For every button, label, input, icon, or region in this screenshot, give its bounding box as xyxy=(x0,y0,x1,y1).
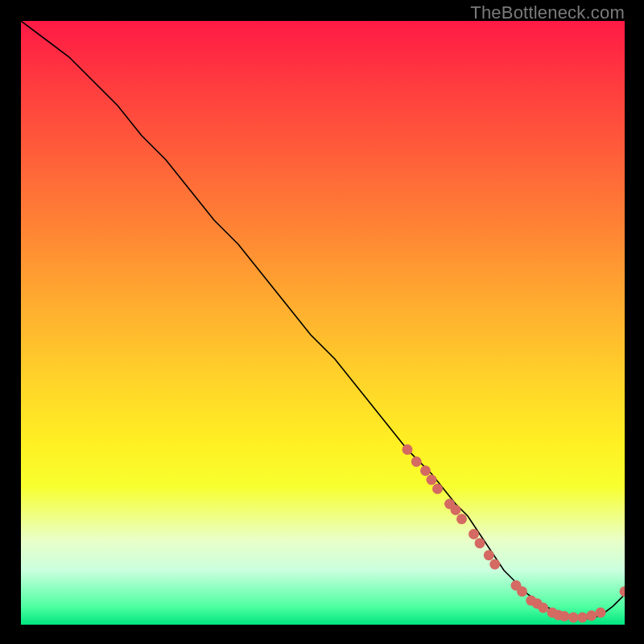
scatter-point xyxy=(432,484,443,494)
scatter-point xyxy=(568,613,579,623)
scatter-point xyxy=(596,608,606,618)
chart-svg xyxy=(21,21,625,625)
scatter-point xyxy=(469,529,479,539)
scatter-point xyxy=(559,611,570,621)
scatter-point xyxy=(489,559,500,570)
scatter-point xyxy=(586,610,597,621)
scatter-point xyxy=(402,444,413,455)
chart-stage: TheBottleneck.com xyxy=(0,0,644,644)
scatter-point xyxy=(427,475,437,485)
curve-line xyxy=(21,21,625,619)
plot-area xyxy=(21,21,625,625)
scatter-point xyxy=(517,586,527,597)
scatter-point xyxy=(475,538,485,548)
scatter-point xyxy=(456,514,467,524)
scatter-point xyxy=(411,456,422,467)
scatter-point xyxy=(577,613,588,623)
scatter-point xyxy=(538,603,548,613)
scatter-point xyxy=(451,505,461,515)
scatter-point xyxy=(484,550,494,560)
scatter-point xyxy=(620,586,625,597)
scatter-markers xyxy=(402,444,625,623)
scatter-point xyxy=(420,465,431,476)
